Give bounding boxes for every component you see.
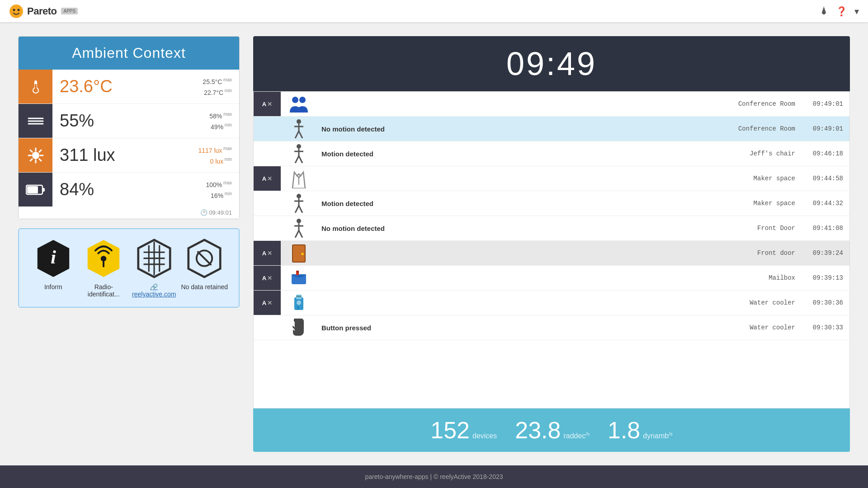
- reely-hex-icon: [134, 238, 175, 279]
- event-motion-icon-6: [281, 219, 317, 238]
- svg-line-58: [295, 230, 299, 238]
- event-loc-3: Jeff's chair: [718, 150, 800, 157]
- nodata-hex-icon: [184, 238, 225, 279]
- footer-text: pareto-anywhere-apps | © reelyActive 201…: [365, 473, 503, 480]
- light-min: 0 lux min: [210, 157, 232, 165]
- event-loc-10: Water cooler: [718, 324, 800, 331]
- sun-icon: [27, 146, 45, 164]
- mailbox-icon: [289, 268, 309, 288]
- stat-devices: 152 devices: [430, 417, 497, 444]
- svg-point-55: [297, 219, 301, 223]
- light-minmax: 1117 lux max 0 lux min: [189, 146, 239, 164]
- light-max: 1117 lux max: [198, 146, 232, 154]
- event-loc-4: Maker space: [718, 175, 800, 182]
- svg-line-59: [299, 230, 302, 238]
- pareto-logo-icon: [9, 4, 24, 19]
- event-ab-badge-8: A✕: [254, 266, 281, 290]
- event-spacer-2: [254, 117, 281, 141]
- ambient-rows: 23.6°C 25.5°C max 22.7°C min: [19, 70, 239, 206]
- event-spacer-5: [254, 191, 281, 216]
- svg-line-43: [299, 131, 302, 138]
- event-time-6: 09:41:08: [800, 225, 849, 232]
- navbar: Pareto APPS 🌢 ❓ ▾: [0, 0, 868, 23]
- door-icon: [289, 243, 309, 263]
- battery-minmax: 100% max 16% min: [189, 180, 239, 199]
- temperature-min: 22.7°C min: [204, 88, 232, 96]
- event-device-icon-4: [281, 169, 317, 188]
- event-time-5: 09:44:32: [800, 200, 849, 207]
- radio-hex-icon: [83, 238, 124, 279]
- stat-dynamb: 1.8 dynamb/s: [608, 417, 673, 444]
- light-icon-cell: [19, 138, 52, 172]
- event-time-10: 09:30:33: [800, 324, 849, 331]
- brand-logo: Pareto APPS: [9, 4, 78, 19]
- apps-badge: APPS: [61, 8, 78, 14]
- svg-point-0: [9, 5, 23, 18]
- svg-point-61: [302, 253, 304, 255]
- link-icon: 🔗: [150, 283, 158, 291]
- event-desc-10: Button pressed: [317, 324, 718, 332]
- event-time-9: 09:30:36: [800, 299, 849, 306]
- info-item-radio: Radio-identificat...: [79, 238, 128, 298]
- event-loc-9: Water cooler: [718, 299, 800, 306]
- event-desc-6: No motion detected: [317, 225, 718, 232]
- cloud-icon[interactable]: 🌢: [820, 6, 829, 16]
- ambient-title: Ambient Context: [19, 37, 239, 70]
- nodata-label: No data retained: [181, 283, 228, 291]
- event-spacer-10: [254, 315, 281, 340]
- humidity-value: 55%: [52, 108, 189, 134]
- svg-point-37: [292, 97, 298, 103]
- event-ab-badge-9: A✕: [254, 291, 281, 315]
- help-icon[interactable]: ❓: [836, 6, 847, 17]
- event-row-4: A✕ Maker space 09:44:58: [254, 166, 849, 191]
- battery-icon-cell: [19, 173, 52, 206]
- humidity-icon: [27, 113, 45, 129]
- event-loc-7: Front door: [718, 249, 800, 257]
- event-time-7: 09:39:24: [800, 249, 849, 257]
- dynamb-value: 1.8: [608, 417, 640, 444]
- svg-line-42: [295, 131, 299, 138]
- battery-value: 84%: [52, 176, 189, 203]
- svg-point-6: [33, 88, 38, 93]
- right-panel: 09:49 A✕ Conf: [253, 36, 850, 452]
- humidity-icon-cell: [19, 104, 52, 138]
- ab-badge-4: A✕: [256, 174, 278, 184]
- event-row-10: Button pressed Water cooler 09:30:33: [254, 315, 849, 340]
- svg-line-48: [299, 156, 302, 163]
- svg-rect-21: [27, 186, 38, 193]
- reely-label[interactable]: 🔗 reelyactive.com: [129, 283, 179, 298]
- event-desc-5: Motion detected: [317, 200, 718, 207]
- svg-line-54: [299, 206, 302, 213]
- svg-line-16: [39, 159, 41, 160]
- svg-point-10: [32, 152, 39, 159]
- labcoat-icon: [289, 169, 309, 188]
- ambient-card: Ambient Context 23.6°C: [18, 36, 240, 219]
- stat-raddec: 23.8 raddec/s: [515, 417, 590, 444]
- battery-icon: [26, 183, 46, 196]
- events-table: A✕ Conference Room 09:49:01: [253, 91, 850, 408]
- event-time-1: 09:49:01: [800, 100, 849, 108]
- event-desc-2: No motion detected: [317, 125, 718, 133]
- svg-line-18: [30, 159, 32, 160]
- battery-max: 100% max: [206, 180, 232, 188]
- humidity-min: 49% min: [211, 122, 232, 131]
- left-panel: Ambient Context 23.6°C: [18, 36, 240, 452]
- dropdown-icon[interactable]: ▾: [854, 6, 859, 17]
- event-row-6: No motion detected Front Door 09:41:08: [254, 216, 849, 241]
- page-footer: pareto-anywhere-apps | © reelyActive 201…: [0, 465, 868, 488]
- event-row-5: Motion detected Maker space 09:44:32: [254, 191, 849, 216]
- event-row-9: A✕ Water cooler 09:30:36: [254, 291, 849, 315]
- event-row-7: A✕ Front door 09:39:24: [254, 241, 849, 266]
- event-motion-icon-3: [281, 144, 317, 163]
- ab-badge-8: A✕: [256, 273, 278, 283]
- svg-text:i: i: [51, 246, 56, 267]
- event-motion-icon-5: [281, 194, 317, 213]
- ab-badge-7: A✕: [256, 248, 278, 258]
- svg-point-68: [297, 300, 301, 305]
- svg-point-2: [18, 9, 20, 11]
- svg-line-15: [30, 150, 32, 152]
- walk-icon-3: [292, 194, 306, 213]
- temperature-minmax: 25.5°C max 22.7°C min: [189, 77, 239, 96]
- people-icon: [288, 95, 310, 113]
- radio-label: Radio-identificat...: [79, 283, 128, 298]
